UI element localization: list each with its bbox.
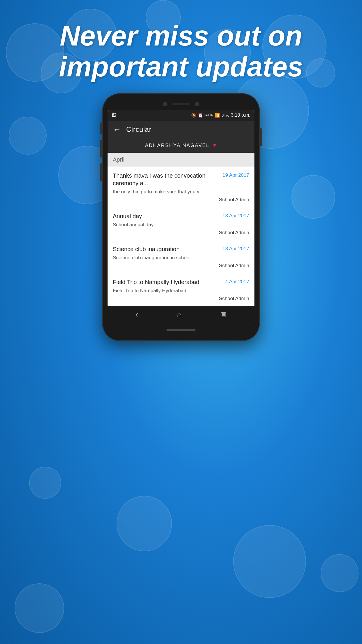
item-body: Field Trip to Nampally Hyderabad xyxy=(113,288,249,294)
alarm-icon: ⏰ xyxy=(198,113,203,118)
earpiece-speaker xyxy=(172,103,190,105)
item-header: Thanks mava I was the convocation ceremo… xyxy=(113,172,249,187)
sensor xyxy=(195,102,199,106)
student-selector[interactable]: ADHARSHYA NAGAVEL ▼ xyxy=(108,138,254,153)
item-header: Annual day 18 Apr 2017 xyxy=(113,212,249,220)
item-date: 18 Apr 2017 xyxy=(222,212,249,219)
item-title: Thanks mava I was the convocation ceremo… xyxy=(113,172,219,187)
bottom-navigation: ‹ ⌂ ▣ xyxy=(108,306,254,323)
headline-section: Never miss out on important updates xyxy=(0,20,362,82)
status-left: 🖼 xyxy=(112,113,116,118)
battery-text: 64% xyxy=(222,113,229,118)
phone-top-bar xyxy=(108,102,254,106)
item-body: School annual day xyxy=(113,222,249,228)
home-nav-button[interactable]: ⌂ xyxy=(177,310,182,319)
back-button[interactable]: ← xyxy=(113,125,121,134)
month-label: April xyxy=(113,156,124,163)
item-author: School Admin xyxy=(113,197,249,203)
circular-item[interactable]: Field Trip to Nampally Hyderabad 4 Apr 2… xyxy=(108,273,254,306)
item-author: School Admin xyxy=(113,230,249,236)
item-date: 19 Apr 2017 xyxy=(222,172,249,178)
item-author: School Admin xyxy=(113,296,249,302)
item-date: 4 Apr 2017 xyxy=(225,278,249,285)
status-right: 🔕 ⏰ VoLTE 📶 64% 3:18 p.m. xyxy=(191,113,250,118)
volume-up-button xyxy=(100,140,102,158)
volume-down-button xyxy=(100,163,102,181)
item-author: School Admin xyxy=(113,263,249,269)
item-title: Field Trip to Nampally Hyderabad xyxy=(113,278,222,286)
item-body: Science club inauguration in school xyxy=(113,255,249,261)
item-body: the only thing u to make sure that you y xyxy=(113,189,249,195)
back-nav-button[interactable]: ‹ xyxy=(136,310,138,319)
status-time: 3:18 p.m. xyxy=(231,113,250,118)
wifi-icon: 📶 xyxy=(215,113,220,118)
phone-bottom xyxy=(108,327,254,333)
item-header: Science club inauguration 18 Apr 2017 xyxy=(113,245,249,253)
circular-item[interactable]: Annual day 18 Apr 2017 School annual day… xyxy=(108,207,254,240)
month-section-header: April xyxy=(108,153,254,167)
volte-indicator: VoLTE xyxy=(205,113,213,117)
mute-icon: 🔕 xyxy=(191,113,196,118)
silent-button xyxy=(100,123,102,134)
phone-mockup: 🖼 🔕 ⏰ VoLTE 📶 64% 3:18 p.m. ← Circular A… xyxy=(102,93,260,341)
student-name: ADHARSHYA NAGAVEL xyxy=(145,143,209,148)
notification-icon: 🖼 xyxy=(112,113,116,118)
phone-screen: 🖼 🔕 ⏰ VoLTE 📶 64% 3:18 p.m. ← Circular A… xyxy=(108,110,254,323)
item-title: Science club inauguration xyxy=(113,245,219,253)
item-date: 18 Apr 2017 xyxy=(222,245,249,252)
power-button xyxy=(260,128,262,146)
phone-shell: 🖼 🔕 ⏰ VoLTE 📶 64% 3:18 p.m. ← Circular A… xyxy=(102,93,260,341)
app-toolbar: ← Circular xyxy=(108,121,254,138)
headline-text: Never miss out on important updates xyxy=(23,20,339,82)
front-camera xyxy=(163,102,167,106)
status-bar: 🖼 🔕 ⏰ VoLTE 📶 64% 3:18 p.m. xyxy=(108,110,254,121)
recents-nav-button[interactable]: ▣ xyxy=(220,311,226,318)
item-title: Annual day xyxy=(113,212,219,220)
circular-list: Thanks mava I was the convocation ceremo… xyxy=(108,167,254,306)
home-indicator xyxy=(166,329,196,331)
item-header: Field Trip to Nampally Hyderabad 4 Apr 2… xyxy=(113,278,249,286)
dropdown-arrow-icon: ▼ xyxy=(212,143,217,148)
circular-item[interactable]: Thanks mava I was the convocation ceremo… xyxy=(108,167,254,207)
circular-item[interactable]: Science club inauguration 18 Apr 2017 Sc… xyxy=(108,240,254,273)
toolbar-title: Circular xyxy=(126,125,152,134)
